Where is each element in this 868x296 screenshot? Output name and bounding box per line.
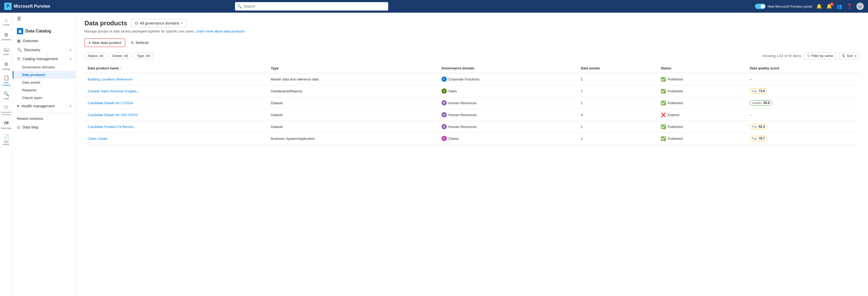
settings-icon: ⚙: [4, 62, 8, 67]
nav-sub-data-assets[interactable]: Data assets: [13, 78, 76, 86]
alerts-icon[interactable]: 🔔 1: [826, 3, 832, 9]
sort-button[interactable]: ⇅ Sort ∨: [839, 52, 860, 59]
sidebar-item-settings[interactable]: ⚙ Settings: [1, 59, 11, 73]
portal-toggle[interactable]: [755, 4, 766, 9]
sidebar-item-learn[interactable]: 📖 Learn: [1, 44, 11, 58]
user-avatar[interactable]: U: [857, 3, 864, 10]
col-header-name[interactable]: Data product name ↑: [85, 64, 268, 73]
product-name-link[interactable]: Candidate Details for CY2024: [88, 101, 133, 105]
product-name-link[interactable]: Candidate Position Fit Recom...: [88, 125, 136, 129]
quality-badge: Healthy85.8: [750, 100, 772, 105]
learn-more-link[interactable]: Learn more about data products: [196, 29, 245, 33]
owner-filter-chip[interactable]: Owner: All: [109, 53, 131, 59]
nav-item-overview[interactable]: ▦ Overview: [13, 36, 76, 45]
sidebar-item-solutions[interactable]: ⊞ Solutions: [1, 30, 11, 43]
nav-health-management-label: Health management: [21, 104, 55, 108]
nav-divider: [13, 112, 76, 113]
learn-icon: 📖: [3, 47, 9, 53]
nav-sub-data-products[interactable]: Data products: [13, 71, 76, 78]
sidebar-item-home[interactable]: ⌂ Home: [1, 15, 11, 29]
status-label: Published: [668, 77, 683, 81]
data-products-table: Data product name ↑ Type Governance doma…: [85, 64, 860, 144]
cell-type: Master data and reference data: [268, 73, 438, 85]
help-icon[interactable]: ❓: [846, 3, 852, 9]
sidebar-item-data-policy[interactable]: 📄 Data policy: [1, 133, 11, 147]
sidebar-item-information-protection[interactable]: 🛡 Information Protection: [1, 103, 11, 117]
sidebar-item-data-map[interactable]: 🗺 Data Map: [1, 118, 11, 132]
table-row: Candidate Details for CY2024DatasetHHuma…: [85, 97, 860, 109]
domain-avatar: H: [441, 100, 447, 105]
share-icon[interactable]: 👥: [836, 3, 842, 9]
data-map-icon: 🗺: [4, 121, 9, 126]
search-icon: 🔍: [237, 4, 242, 8]
overview-icon: ▦: [17, 38, 21, 43]
page-title: Data products: [85, 20, 127, 27]
search-input[interactable]: [235, 2, 388, 10]
cell-assets: 1: [578, 97, 658, 109]
data-policy-icon: 📄: [3, 134, 9, 140]
data-catalog-nav-icon: 📋: [17, 28, 23, 34]
domain-name: Claims: [448, 137, 459, 141]
domain-avatar: C: [441, 76, 447, 82]
col-header-domain[interactable]: Governance domain: [438, 64, 578, 73]
col-header-type[interactable]: Type: [268, 64, 438, 73]
status-label: Published: [668, 89, 683, 93]
sidebar-item-audit[interactable]: 🔍 Audit: [1, 89, 11, 102]
health-management-icon: ♥: [17, 104, 19, 108]
status-icon: ✅: [661, 77, 666, 82]
product-name-link[interactable]: Candidate Details for H2CY2023: [88, 113, 137, 117]
nav-sub-governance-domains[interactable]: Governance domains: [13, 63, 76, 71]
col-assets-label: Data assets: [581, 66, 600, 70]
cell-domain: CCorporate Functions: [438, 73, 578, 85]
governance-domain-dropdown[interactable]: ⊙ All governance domains ∨: [131, 19, 186, 27]
sort-chevron: ∨: [855, 54, 857, 58]
brand-logo[interactable]: P Microsoft Purview: [4, 3, 50, 10]
nav-data-map-link-label: Data Map: [23, 125, 38, 129]
nav-sub-classic-types[interactable]: Classic types: [13, 94, 76, 102]
notification-badge: 1: [830, 2, 834, 6]
sidebar-item-data-catalog[interactable]: 📋 Data Catalog: [1, 74, 11, 88]
cell-assets: 7: [578, 85, 658, 97]
product-name-link[interactable]: Claim Center: [88, 137, 108, 141]
sort-icon: ⇅: [842, 54, 845, 58]
refresh-button[interactable]: ↻ Refresh: [128, 39, 151, 47]
col-header-quality[interactable]: Data quality score: [747, 64, 860, 73]
col-header-assets[interactable]: Data assets: [578, 64, 658, 73]
table-row: Canada Sales Revenue Insights...Dashboar…: [85, 85, 860, 97]
domain-name: Corporate Functions: [448, 77, 479, 81]
data-products-label: Data products: [22, 73, 45, 77]
nav-item-data-map-link[interactable]: ◎ Data Map: [13, 123, 76, 132]
toggle-label: New Microsoft Purview portal: [768, 4, 812, 8]
toolbar: + New data product ↻ Refresh: [85, 38, 860, 47]
status-filter-chip[interactable]: Status: All: [85, 53, 107, 59]
new-data-product-button[interactable]: + New data product: [85, 38, 125, 47]
solutions-label: Solutions: [1, 38, 11, 41]
nav-section-title: Data Catalog: [25, 29, 51, 33]
col-name-sort-arrow: ↑: [120, 67, 121, 70]
hamburger-menu[interactable]: ☰: [13, 13, 76, 25]
nav-item-health-management[interactable]: ♥ Health management ∨: [13, 102, 76, 110]
product-name-link[interactable]: Building Locations Reference: [88, 77, 132, 81]
notifications-bell[interactable]: 🔔: [816, 3, 822, 9]
nav-discovery-label: Discovery: [24, 48, 40, 52]
data-map-label: Data Map: [1, 127, 11, 130]
nav-sub-requests[interactable]: Requests: [13, 86, 76, 94]
audit-icon: 🔍: [3, 91, 9, 97]
quality-score: 62.4: [759, 125, 765, 129]
product-name-link[interactable]: Canada Sales Revenue Insights...: [88, 89, 140, 93]
home-icon: ⌂: [5, 18, 8, 23]
nav-item-catalog-management[interactable]: ☰ Catalog management ∧: [13, 54, 76, 63]
nav-sidebar: ☰ 📋 Data Catalog ▦ Overview 🔍 Discovery …: [13, 13, 76, 296]
portal-toggle-wrap[interactable]: New Microsoft Purview portal: [755, 4, 812, 9]
filter-by-name-button[interactable]: ▽ Filter by name: [804, 52, 836, 59]
cell-type: Dataset: [268, 97, 438, 109]
cell-domain: HHuman Resources: [438, 121, 578, 133]
main-content: Data products ⊙ All governance domains ∨…: [76, 13, 868, 296]
cell-quality: Healthy85.8: [747, 97, 860, 109]
status-label: Published: [668, 125, 683, 129]
nav-item-discovery[interactable]: 🔍 Discovery ∨: [13, 45, 76, 54]
search-bar[interactable]: 🔍: [235, 2, 388, 10]
type-filter-chip[interactable]: Type: All: [133, 53, 153, 59]
learn-label: Learn: [3, 53, 9, 56]
col-header-status[interactable]: Status: [657, 64, 747, 73]
